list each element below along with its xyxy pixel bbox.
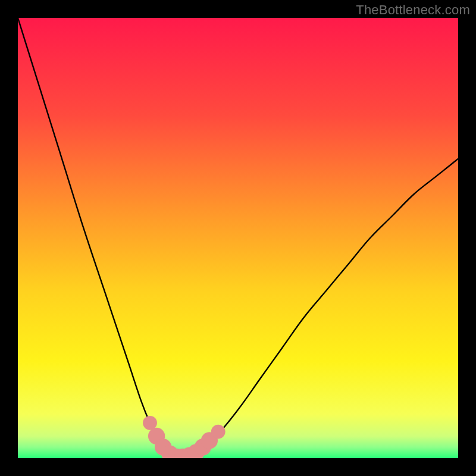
watermark-label: TheBottleneck.com (356, 2, 470, 18)
marker-dot (211, 425, 226, 439)
bottleneck-chart (18, 18, 458, 458)
gradient-background (18, 18, 458, 458)
chart-frame: TheBottleneck.com (0, 0, 476, 476)
plot-area (18, 18, 458, 458)
